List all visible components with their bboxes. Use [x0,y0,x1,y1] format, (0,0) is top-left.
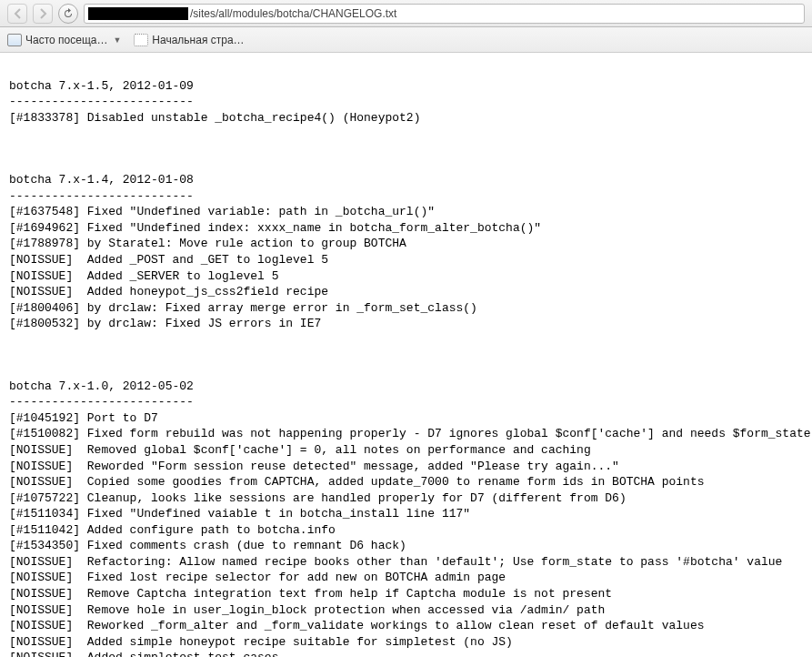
chevron-down-icon: ▼ [113,35,121,45]
changelog-line: [NOISSUE] Added honeypot_js_css2field re… [9,285,328,298]
changelog-line: [#1075722] Cleanup, looks like sessions … [9,491,627,505]
chevron-right-icon [39,8,47,19]
version-header: botcha 7.x-1.0, 2012-05-02 [9,379,194,393]
url-bar[interactable]: /sites/all/modules/botcha/CHANGELOG.txt [84,4,805,24]
version-block: botcha 7.x-1.0, 2012-05-02 -------------… [9,362,803,657]
url-path: /sites/all/modules/botcha/CHANGELOG.txt [190,7,396,20]
changelog-line: [#1694962] Fixed "Undefined index: xxxx_… [9,221,541,235]
changelog-line: [#1833378] Disabled unstable _botcha_rec… [9,111,420,125]
changelog-line: [#1788978] by Staratel: Move rule action… [9,237,406,250]
changelog-line: [NOISSUE] Remove hole in user_login_bloc… [9,603,605,617]
back-button[interactable] [7,4,27,24]
changelog-line: [NOISSUE] Added _POST and _GET to loglev… [9,253,328,267]
changelog-line: [#1637548] Fixed "Undefined variable: pa… [9,205,435,218]
bookmark-label: Часто посеща… [25,34,107,46]
url-host-redacted [88,7,188,20]
changelog-line: [NOISSUE] Remove Captcha integration tex… [9,587,612,601]
changelog-line: [NOISSUE] Reworded "Form session reuse d… [9,460,619,473]
bookmark-label: Начальная стра… [152,34,244,46]
bookmarks-bar: Часто посеща… ▼ Начальная стра… [0,27,812,53]
page-icon [134,34,148,46]
changelog-line: [NOISSUE] Refactoring: Allow named recip… [9,555,782,569]
changelog-line: [NOISSUE] Added _SERVER to loglevel 5 [9,269,278,283]
changelog-line: [#1800406] by drclaw: Fixed array merge … [9,301,477,315]
reload-button[interactable] [58,4,78,24]
forward-button[interactable] [33,4,53,24]
changelog-line: [NOISSUE] Reworked _form_alter and _form… [9,619,705,632]
changelog-line: [NOISSUE] Fixed lost recipe selector for… [9,571,506,584]
changelog-line: [#1510082] Fixed form rebuild was not ha… [9,427,812,440]
reload-icon [63,8,74,19]
changelog-line: [#1045192] Port to D7 [9,411,158,425]
changelog-line: [NOISSUE] Copied some goodies from CAPTC… [9,475,705,489]
chevron-left-icon [14,8,22,19]
version-header: botcha 7.x-1.5, 2012-01-09 [9,79,194,93]
bookmark-start-page[interactable]: Начальная стра… [134,34,244,46]
separator: -------------------------- [9,95,194,108]
changelog-line: [NOISSUE] Added simpletest test cases [9,651,278,657]
version-block: botcha 7.x-1.4, 2012-01-08 -------------… [9,157,803,332]
changelog-line: [NOISSUE] Added simple honeypot recipe s… [9,635,513,649]
folder-icon [7,34,22,46]
bookmark-most-visited[interactable]: Часто посеща… ▼ [7,34,121,46]
changelog-content: botcha 7.x-1.5, 2012-01-09 -------------… [0,53,812,657]
version-block: botcha 7.x-1.5, 2012-01-09 -------------… [9,78,803,126]
changelog-line: [#1511042] Added configure path to botch… [9,523,336,537]
version-header: botcha 7.x-1.4, 2012-01-08 [9,173,194,187]
changelog-line: [#1800532] by drclaw: Fixed JS errors in… [9,317,321,330]
changelog-line: [#1534350] Fixed comments crash (due to … [9,539,406,552]
separator: -------------------------- [9,189,194,203]
changelog-line: [#1511034] Fixed "Undefined vaiable t in… [9,507,470,521]
changelog-line: [NOISSUE] Removed global $conf['cache'] … [9,443,591,457]
browser-toolbar: /sites/all/modules/botcha/CHANGELOG.txt [0,0,812,27]
separator: -------------------------- [9,395,194,409]
